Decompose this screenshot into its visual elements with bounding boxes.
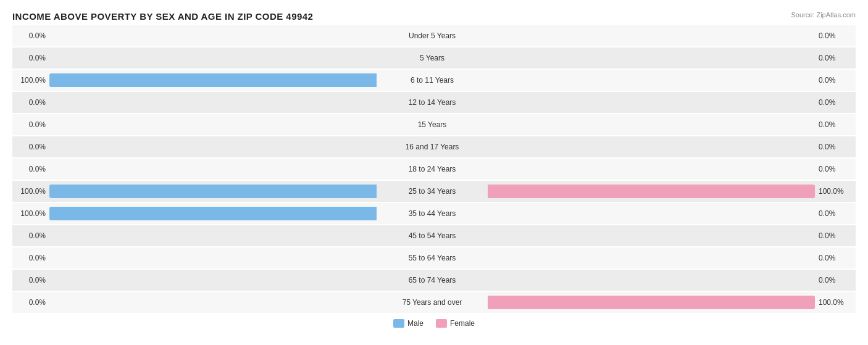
male-bar-container xyxy=(49,251,377,265)
legend-male-label: Male xyxy=(407,319,424,328)
female-bar-container xyxy=(488,96,815,109)
female-value: 0.0% xyxy=(815,209,852,218)
table-row: 0.0% 15 Years 0.0% xyxy=(12,114,856,135)
female-bar-container xyxy=(488,140,815,154)
legend-female-box xyxy=(436,319,447,328)
female-bar-container xyxy=(488,162,815,176)
table-row: 0.0% 55 to 64 Years 0.0% xyxy=(12,247,856,268)
age-label: Under 5 Years xyxy=(377,31,488,40)
male-value: 0.0% xyxy=(12,120,49,129)
male-bar xyxy=(49,185,377,198)
age-label: 45 to 54 Years xyxy=(377,231,488,240)
legend-male: Male xyxy=(393,319,424,328)
female-value: 0.0% xyxy=(815,98,852,107)
female-value: 0.0% xyxy=(815,165,852,173)
male-value: 0.0% xyxy=(12,298,49,307)
male-value: 0.0% xyxy=(12,254,49,262)
female-bar-container xyxy=(488,29,815,43)
table-row: 100.0% 35 to 44 Years 0.0% xyxy=(12,203,856,224)
male-bar-container xyxy=(49,73,377,87)
female-bar-container xyxy=(488,296,815,309)
male-bar-container xyxy=(49,162,377,176)
male-value: 0.0% xyxy=(12,276,49,285)
male-bar-container xyxy=(49,29,377,43)
bar-chart: 0.0% Under 5 Years 0.0% 0.0% 5 Years 0.0… xyxy=(12,25,856,313)
female-bar-container xyxy=(488,73,815,87)
age-label: 25 to 34 Years xyxy=(377,187,488,196)
age-label: 16 and 17 Years xyxy=(377,143,488,151)
age-label: 12 to 14 Years xyxy=(377,98,488,107)
male-value: 0.0% xyxy=(12,143,49,151)
female-value: 100.0% xyxy=(815,298,852,307)
male-value: 100.0% xyxy=(12,187,49,196)
table-row: 100.0% 25 to 34 Years 100.0% xyxy=(12,181,856,202)
female-value: 0.0% xyxy=(815,143,852,151)
male-value: 100.0% xyxy=(12,209,49,218)
table-row: 0.0% 16 and 17 Years 0.0% xyxy=(12,136,856,157)
male-bar-container xyxy=(49,140,377,154)
female-bar-container xyxy=(488,251,815,265)
table-row: 0.0% 18 to 24 Years 0.0% xyxy=(12,159,856,180)
male-value: 0.0% xyxy=(12,231,49,240)
female-value: 0.0% xyxy=(815,31,852,40)
male-bar-container xyxy=(49,185,377,198)
source-text: Source: ZipAtlas.com xyxy=(791,11,856,19)
female-bar-container xyxy=(488,207,815,220)
male-bar-container xyxy=(49,207,377,220)
age-label: 75 Years and over xyxy=(377,298,488,307)
age-label: 6 to 11 Years xyxy=(377,76,488,85)
female-value: 0.0% xyxy=(815,276,852,285)
male-value: 0.0% xyxy=(12,98,49,107)
male-bar-container xyxy=(49,273,377,287)
female-bar-container xyxy=(488,185,815,198)
male-bar-container xyxy=(49,96,377,109)
male-bar-container xyxy=(49,51,377,65)
table-row: 0.0% 65 to 74 Years 0.0% xyxy=(12,270,856,291)
female-bar-container xyxy=(488,229,815,243)
chart-title: INCOME ABOVE POVERTY BY SEX AND AGE IN Z… xyxy=(12,11,313,22)
age-label: 15 Years xyxy=(377,120,488,129)
female-bar-container xyxy=(488,273,815,287)
female-bar xyxy=(488,296,815,309)
age-label: 55 to 64 Years xyxy=(377,254,488,262)
chart-container: INCOME ABOVE POVERTY BY SEX AND AGE IN Z… xyxy=(0,0,868,345)
male-value: 0.0% xyxy=(12,54,49,62)
male-bar-container xyxy=(49,296,377,309)
female-value: 0.0% xyxy=(815,231,852,240)
female-bar xyxy=(488,185,815,198)
legend-female: Female xyxy=(436,319,475,328)
female-value: 0.0% xyxy=(815,254,852,262)
male-value: 100.0% xyxy=(12,76,49,85)
male-bar-container xyxy=(49,118,377,131)
male-value: 0.0% xyxy=(12,165,49,173)
male-value: 0.0% xyxy=(12,31,49,40)
male-bar xyxy=(49,207,377,220)
table-row: 100.0% 6 to 11 Years 0.0% xyxy=(12,70,856,91)
age-label: 18 to 24 Years xyxy=(377,165,488,173)
age-label: 65 to 74 Years xyxy=(377,276,488,285)
female-bar-container xyxy=(488,118,815,131)
table-row: 0.0% 75 Years and over 100.0% xyxy=(12,292,856,313)
female-value: 0.0% xyxy=(815,54,852,62)
female-value: 100.0% xyxy=(815,187,852,196)
table-row: 0.0% 12 to 14 Years 0.0% xyxy=(12,92,856,113)
table-row: 0.0% 5 Years 0.0% xyxy=(12,48,856,69)
female-value: 0.0% xyxy=(815,120,852,129)
male-bar-container xyxy=(49,229,377,243)
legend-female-label: Female xyxy=(450,319,475,328)
female-value: 0.0% xyxy=(815,76,852,85)
age-label: 35 to 44 Years xyxy=(377,209,488,218)
age-label: 5 Years xyxy=(377,54,488,62)
legend-male-box xyxy=(393,319,404,328)
legend: Male Female xyxy=(12,319,856,328)
table-row: 0.0% Under 5 Years 0.0% xyxy=(12,25,856,46)
female-bar-container xyxy=(488,51,815,65)
table-row: 0.0% 45 to 54 Years 0.0% xyxy=(12,225,856,246)
male-bar xyxy=(49,73,377,87)
